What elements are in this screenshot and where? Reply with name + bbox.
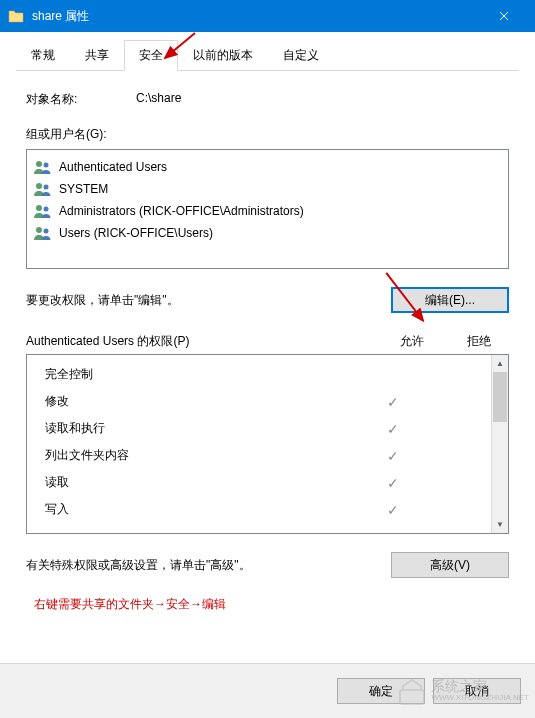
group-item[interactable]: SYSTEM [31, 178, 504, 200]
group-item[interactable]: Authenticated Users [31, 156, 504, 178]
permissions-header: Authenticated Users 的权限(P) 允许 拒绝 [26, 333, 509, 350]
svg-point-1 [44, 163, 49, 168]
groups-listbox[interactable]: Authenticated Users SYSTEM Administrator… [26, 149, 509, 269]
group-item-label: Users (RICK-OFFICE\Users) [59, 226, 213, 240]
svg-point-6 [36, 227, 42, 233]
permission-allow-check: ✓ [355, 502, 430, 518]
permission-row: 完全控制 [27, 361, 508, 388]
close-button[interactable] [481, 0, 527, 32]
tab-bar: 常规 共享 安全 以前的版本 自定义 [16, 40, 519, 71]
permissions-header-name: Authenticated Users 的权限(P) [26, 333, 374, 350]
permission-allow-check: ✓ [355, 475, 430, 491]
permissions-table: 完全控制 修改 ✓ 读取和执行 ✓ 列出文件夹内容 ✓ [26, 354, 509, 534]
edit-hint-text: 要更改权限，请单击"编辑"。 [26, 292, 391, 309]
svg-point-3 [44, 185, 49, 190]
users-icon [33, 203, 53, 219]
tab-sharing[interactable]: 共享 [70, 40, 124, 71]
permission-row: 列出文件夹内容 ✓ [27, 442, 508, 469]
scrollbar-thumb[interactable] [493, 372, 507, 422]
content: 常规 共享 安全 以前的版本 自定义 对象名称: C:\share 组或用户名(… [0, 32, 535, 633]
permission-label: 读取和执行 [45, 420, 355, 437]
window-title: share 属性 [32, 8, 481, 25]
folder-icon [8, 8, 24, 24]
titlebar: share 属性 [0, 0, 535, 32]
permission-row: 读取和执行 ✓ [27, 415, 508, 442]
tab-customize[interactable]: 自定义 [268, 40, 334, 71]
cancel-button[interactable]: 取消 [433, 678, 521, 704]
permission-row: 读取 ✓ [27, 469, 508, 496]
svg-point-5 [44, 207, 49, 212]
annotation-note: 右键需要共享的文件夹→安全→编辑 [34, 596, 501, 613]
permission-row: 写入 ✓ [27, 496, 508, 523]
users-icon [33, 181, 53, 197]
permissions-header-deny: 拒绝 [449, 333, 509, 350]
permission-label: 读取 [45, 474, 355, 491]
svg-point-4 [36, 205, 42, 211]
permission-allow-check: ✓ [355, 394, 430, 410]
svg-point-2 [36, 183, 42, 189]
permission-label: 列出文件夹内容 [45, 447, 355, 464]
group-item[interactable]: Users (RICK-OFFICE\Users) [31, 222, 504, 244]
groups-label: 组或用户名(G): [26, 126, 509, 143]
object-name-label: 对象名称: [26, 91, 136, 108]
permission-allow-check: ✓ [355, 448, 430, 464]
object-name-value: C:\share [136, 91, 509, 108]
scrollbar-vertical[interactable]: ▲ ▼ [491, 355, 508, 533]
group-item-label: Authenticated Users [59, 160, 167, 174]
scroll-down-icon[interactable]: ▼ [492, 516, 508, 533]
permission-label: 修改 [45, 393, 355, 410]
permission-allow-check: ✓ [355, 421, 430, 437]
group-item-label: Administrators (RICK-OFFICE\Administrato… [59, 204, 304, 218]
svg-point-0 [36, 161, 42, 167]
users-icon [33, 159, 53, 175]
group-item-label: SYSTEM [59, 182, 108, 196]
object-name-row: 对象名称: C:\share [26, 91, 509, 108]
group-item[interactable]: Administrators (RICK-OFFICE\Administrato… [31, 200, 504, 222]
permission-label: 写入 [45, 501, 355, 518]
dialog-footer: 确定 取消 [0, 663, 535, 718]
scroll-up-icon[interactable]: ▲ [492, 355, 508, 372]
advanced-button[interactable]: 高级(V) [391, 552, 509, 578]
users-icon [33, 225, 53, 241]
ok-button[interactable]: 确定 [337, 678, 425, 704]
tab-security[interactable]: 安全 [124, 40, 178, 71]
advanced-hint-text: 有关特殊权限或高级设置，请单击"高级"。 [26, 557, 391, 574]
permission-row: 修改 ✓ [27, 388, 508, 415]
tab-general[interactable]: 常规 [16, 40, 70, 71]
svg-point-7 [44, 229, 49, 234]
tab-previous-versions[interactable]: 以前的版本 [178, 40, 268, 71]
permissions-header-allow: 允许 [374, 333, 449, 350]
edit-button[interactable]: 编辑(E)... [391, 287, 509, 313]
permission-label: 完全控制 [45, 366, 355, 383]
